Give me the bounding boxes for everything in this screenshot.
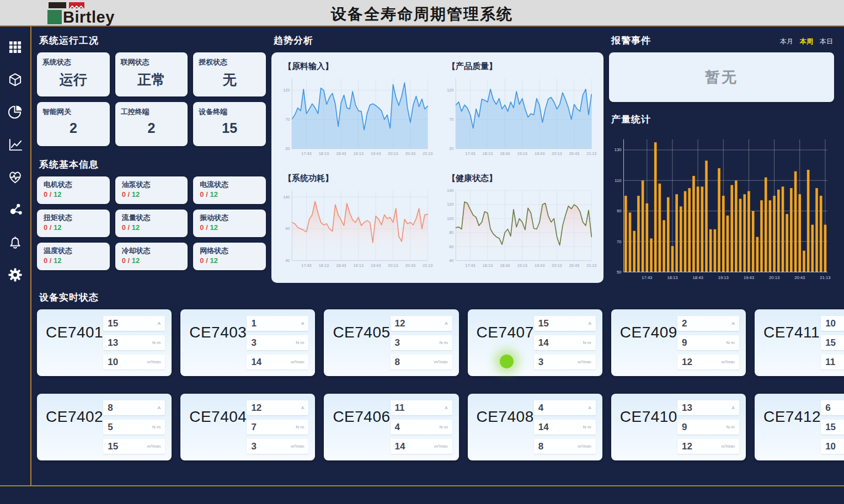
info-current: 0 / [44,190,54,199]
svg-text:20:13: 20:13 [388,263,398,268]
svg-text:17:43: 17:43 [301,151,311,156]
card-label: 工控终端 [121,107,183,117]
device-card[interactable]: CE7408 4A 14N·m 8m³/min [468,394,602,460]
alarm-title: 报警事件 [611,34,651,47]
metric-unit: m³/min [147,360,161,364]
gear-icon[interactable] [7,266,24,283]
metric-value: 11 [825,357,835,368]
info-total: 12 [132,223,140,232]
svg-text:90: 90 [617,208,621,213]
device-metric: 10m³/min [821,439,844,454]
device-metric: 15A [103,316,165,331]
device-card[interactable]: CE7410 13A 9N·m 12m³/min [611,394,746,460]
device-metric: 10m³/min [103,355,165,369]
molecule-icon[interactable] [7,201,24,218]
trend-chart-block: 【系统功耗】 140904017:4318:1318:4319:1319:432… [275,170,436,280]
svg-text:40: 40 [285,258,290,263]
svg-text:18:13: 18:13 [483,263,493,268]
cube-3d-icon[interactable] [7,71,24,88]
device-name: CE7411 [763,324,821,369]
svg-text:19:13: 19:13 [354,151,364,156]
metric-unit: A [301,321,304,326]
svg-text:18:43: 18:43 [500,151,510,156]
device-metric: 9N·m [677,420,739,435]
alarm-tab[interactable]: 本周 [800,37,813,46]
device-card[interactable]: CE7407 15A 14N·m 3m³/min [468,309,602,376]
svg-text:17:43: 17:43 [642,275,652,280]
metric-stack: 13A 9N·m 12m³/min [677,400,739,454]
device-card[interactable]: CE7411 10A 15N·m 11m³/min [755,309,844,376]
svg-text:110: 110 [615,178,621,183]
metric-unit: m³/min [291,444,304,449]
metric-value: 3 [251,441,256,452]
status-card: 系统状态 运行 [37,52,110,96]
health-pulse-icon[interactable] [7,169,24,185]
card-label: 系统状态 [42,57,104,67]
info-card: 振动状态 0 / 12 [193,210,266,237]
alarm-tab[interactable]: 本日 [820,37,833,46]
device-card[interactable]: CE7405 12A 3N·m 8m³/min [324,309,458,376]
alarm-tab[interactable]: 本月 [780,37,793,46]
device-metric: 3m³/min [247,439,308,454]
apps-grid-icon[interactable] [7,39,24,55]
card-value: 2 [121,120,183,136]
device-metric: 12A [391,316,452,331]
metric-unit: A [158,405,161,410]
svg-text:90: 90 [285,226,290,231]
info-current: 0 / [200,190,210,199]
svg-text:50: 50 [617,270,621,275]
device-card[interactable]: CE7403 1A 3N·m 14m³/min [180,309,315,376]
svg-text:70: 70 [617,239,621,244]
system-info-title: 系统基本信息 [39,158,266,171]
status-card: 智能网关 2 [37,102,110,146]
metric-unit: N·m [727,425,735,430]
info-current: 0 / [200,223,210,232]
device-card[interactable]: CE7402 8A 5N·m 15m³/min [37,394,172,460]
device-card[interactable]: CE7406 11A 4N·m 14m³/min [324,394,458,460]
device-card[interactable]: CE7404 12A 7N·m 3m³/min [180,394,315,460]
device-card[interactable]: CE7409 2A 9N·m 12m³/min [611,309,746,376]
metric-unit: m³/min [721,444,734,449]
metric-unit: m³/min [721,360,734,364]
metric-value: 14 [538,337,549,348]
metric-unit: N·m [583,340,591,345]
chart-title: 【健康状态】 [447,173,598,184]
device-metric: 4A [534,400,596,415]
line-chart-icon[interactable] [7,136,24,153]
svg-text:19:13: 19:13 [354,263,364,268]
svg-text:19:13: 19:13 [517,263,527,268]
metric-unit: A [301,405,304,410]
metric-value: 14 [395,441,405,452]
svg-text:18:43: 18:43 [500,263,510,268]
device-metric: 12A [247,400,308,415]
metric-unit: N·m [727,340,735,345]
card-label: 温度状态 [44,246,103,256]
svg-text:40: 40 [449,258,453,263]
pie-chart-icon[interactable] [7,104,24,120]
device-metric: 2A [677,316,739,331]
svg-text:18:13: 18:13 [483,151,493,156]
device-metric: 3m³/min [534,355,596,369]
svg-text:130: 130 [615,147,622,152]
alarm-empty-text: 暂无 [705,67,738,87]
metric-stack: 12A 7N·m 3m³/min [247,400,308,454]
card-label: 电流状态 [200,180,259,190]
svg-text:18:43: 18:43 [693,275,703,280]
card-label: 智能网关 [42,107,104,117]
metric-stack: 2A 9N·m 12m³/min [677,316,739,369]
metric-stack: 15A 13N·m 10m³/min [103,316,165,369]
info-total: 12 [54,256,61,265]
status-card: 联网状态 正常 [115,52,188,96]
svg-text:60: 60 [449,244,453,249]
device-card[interactable]: CE7412 6A 15N·m 10m³/min [755,394,844,460]
bell-icon[interactable] [7,234,24,250]
device-metric: 3N·m [391,335,452,350]
metric-value: 3 [395,337,400,348]
trend-chart-block: 【原料输入】 120702017:4318:1318:4319:1319:432… [275,58,436,168]
svg-text:70: 70 [285,117,290,122]
metric-value: 14 [251,357,261,368]
device-metric: 14m³/min [391,439,452,454]
metric-value: 1 [251,318,256,329]
devices-section: 设备实时状态 CE7401 15A 13N·m 10m³/min CE7403 … [37,291,834,469]
device-card[interactable]: CE7401 15A 13N·m 10m³/min [37,309,172,376]
